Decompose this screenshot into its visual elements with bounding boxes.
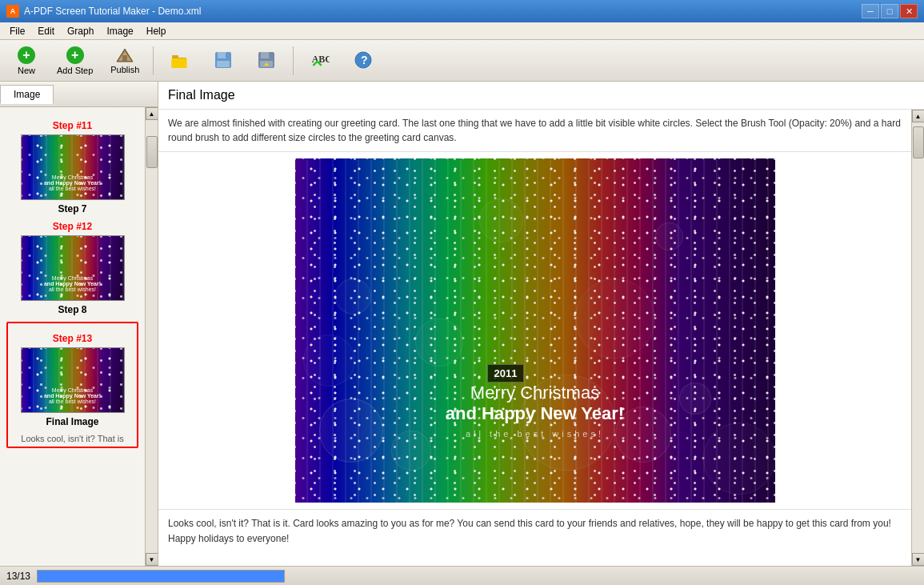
sidebar-tabs: Image <box>0 82 158 107</box>
svg-rect-13 <box>269 53 271 58</box>
content-scroll-thumb[interactable] <box>913 126 924 158</box>
main-container: Image Step #11 Merry Christmas and Happy… <box>0 82 924 566</box>
spellcheck-icon: ABC <box>310 50 330 70</box>
menu-image[interactable]: Image <box>100 24 139 38</box>
publish-button[interactable]: Publish <box>103 43 146 78</box>
step-13-item[interactable]: Step #13 Merry Christmas and Happy New Y… <box>6 322 138 448</box>
close-button[interactable]: ✕ <box>900 4 918 18</box>
footer-text-1: Looks cool, isn't it? That is it. Card l… <box>168 516 902 531</box>
svg-rect-2 <box>122 55 127 61</box>
step-11-header: Step #11 <box>6 120 138 131</box>
new-icon: + <box>17 46 36 64</box>
svg-rect-5 <box>171 58 187 68</box>
final-image-label: Final Image <box>11 416 134 427</box>
separator-1 <box>153 46 154 75</box>
export-icon <box>257 50 276 70</box>
publish-icon <box>115 47 134 63</box>
window-title: A-PDF Screen Tutorial Maker - Demo.xml <box>24 6 201 17</box>
status-bar: 13/13 <box>0 566 924 585</box>
bokeh-overlay <box>295 158 775 503</box>
scroll-thumb[interactable] <box>146 136 158 168</box>
step-12-header: Step #12 <box>6 221 138 232</box>
tab-image[interactable]: Image <box>0 85 54 104</box>
year-badge: 2011 <box>487 364 525 383</box>
svg-rect-8 <box>217 61 230 67</box>
svg-rect-9 <box>226 53 228 58</box>
menu-graph[interactable]: Graph <box>61 24 100 38</box>
separator-2 <box>293 46 294 75</box>
content-title: Final Image <box>158 82 924 110</box>
menu-help[interactable]: Help <box>140 24 173 38</box>
svg-text:?: ? <box>361 54 368 66</box>
save-icon <box>214 50 233 70</box>
footer-text-area: Looks cool, isn't it? That is it. Card l… <box>158 509 911 553</box>
window-controls: ─ □ ✕ <box>862 4 918 18</box>
add-step-icon: + <box>66 46 85 64</box>
intro-text: We are almost finished with creating our… <box>158 110 911 152</box>
sidebar: Image Step #11 Merry Christmas and Happy… <box>0 82 158 566</box>
maximize-button[interactable]: □ <box>881 4 898 18</box>
add-step-button[interactable]: + Add Step <box>50 43 100 78</box>
menu-file[interactable]: File <box>3 24 31 38</box>
export-button[interactable] <box>246 43 286 78</box>
step-11-thumbnail[interactable]: Merry Christmas and Happy New Year! all … <box>21 134 125 200</box>
scroll-up[interactable]: ▲ <box>146 107 158 120</box>
content-area: Final Image We are almost finished with … <box>158 82 924 566</box>
svg-rect-4 <box>172 55 178 58</box>
step-7-label: Step 7 <box>6 203 138 214</box>
open-icon <box>170 50 190 70</box>
main-image: 2011 Merry Christmas and Happy New Year!… <box>295 158 775 503</box>
new-button[interactable]: + New <box>6 43 46 78</box>
sidebar-scrollbar[interactable]: ▲ ▼ <box>145 107 158 566</box>
footer-text-2: Happy holidays to everyone! <box>168 531 902 547</box>
step-12-thumbnail[interactable]: Merry Christmas and Happy New Year! all … <box>21 235 125 301</box>
svg-rect-7 <box>218 52 226 58</box>
step-13-thumbnail[interactable]: Merry Christmas and Happy New Year! all … <box>21 347 125 413</box>
final-image-sublabel: Looks cool, isn't it? That is <box>11 434 134 443</box>
menu-edit[interactable]: Edit <box>31 24 61 38</box>
menu-bar: File Edit Graph Image Help <box>0 22 924 40</box>
minimize-button[interactable]: ─ <box>862 4 879 18</box>
toolbar: + New + Add Step Publish <box>0 40 924 82</box>
sidebar-content[interactable]: Step #11 Merry Christmas and Happy New Y… <box>0 107 145 566</box>
step-8-label: Step 8 <box>6 304 138 315</box>
app-icon: A <box>6 5 19 18</box>
help-button[interactable]: ? <box>343 43 383 78</box>
scroll-down[interactable]: ▼ <box>146 553 158 566</box>
save-button[interactable] <box>203 43 243 78</box>
card-text: Merry Christmas and Happy New Year! all … <box>446 383 624 439</box>
image-area: 2011 Merry Christmas and Happy New Year!… <box>158 152 911 509</box>
content-scroll[interactable]: We are almost finished with creating our… <box>158 110 911 566</box>
svg-rect-11 <box>261 52 270 58</box>
content-scrollbar[interactable]: ▲ ▼ <box>911 110 924 566</box>
status-progress-bar <box>37 570 285 583</box>
status-counter: 13/13 <box>6 571 30 582</box>
content-scroll-up[interactable]: ▲ <box>912 110 925 122</box>
content-scroll-down[interactable]: ▼ <box>912 553 925 566</box>
step-13-header: Step #13 <box>11 333 134 344</box>
title-bar: A A-PDF Screen Tutorial Maker - Demo.xml… <box>0 0 924 22</box>
spellcheck-button[interactable]: ABC <box>300 43 340 78</box>
open-button[interactable] <box>160 43 200 78</box>
help-icon: ? <box>354 50 373 70</box>
